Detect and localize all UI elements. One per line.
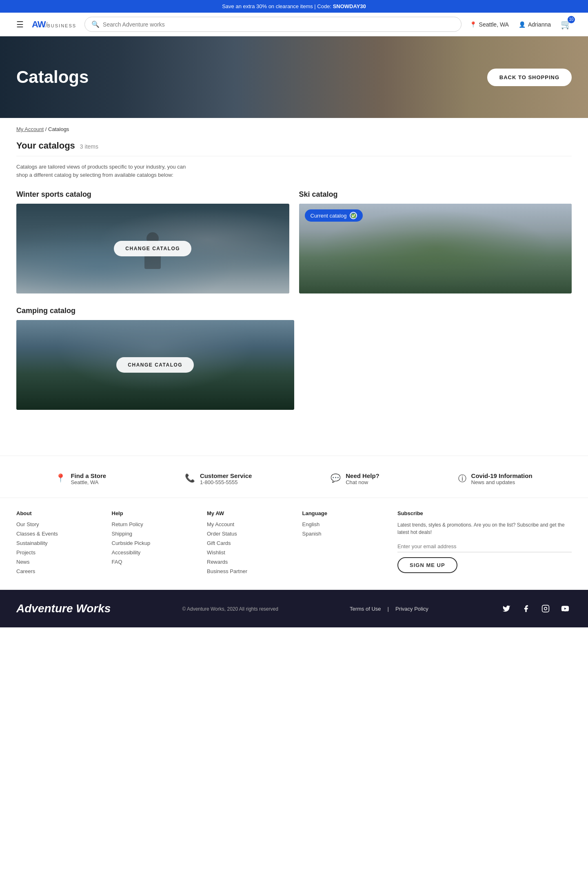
logo-business: BUSINESS <box>47 23 76 28</box>
footer-social <box>500 602 572 615</box>
ski-catalog-title: Ski catalog <box>299 190 572 199</box>
footer-link-business[interactable]: Business Partner <box>207 568 294 574</box>
location-button[interactable]: 📍 Seattle, WA <box>470 21 509 28</box>
ski-catalog-section: Ski catalog Current catalog ✅ <box>299 190 572 293</box>
footer-link-accessibility[interactable]: Accessibility <box>112 549 199 556</box>
facebook-icon[interactable] <box>519 602 533 615</box>
current-catalog-icon: ✅ <box>350 212 357 219</box>
footer-link-news[interactable]: News <box>16 559 104 565</box>
footer-link-return[interactable]: Return Policy <box>112 521 199 527</box>
winter-catalog-section: Winter sports catalog CHANGE CATALOG <box>16 190 289 293</box>
cart-button[interactable]: 🛒 10 <box>561 19 572 30</box>
camping-overlay: CHANGE CATALOG <box>16 320 294 410</box>
footer-legal-separator: | <box>388 606 389 612</box>
footer-link-order-status[interactable]: Order Status <box>207 531 294 537</box>
hero-content: Catalogs BACK TO SHOPPING <box>0 67 588 87</box>
chat-icon: 💬 <box>331 473 341 483</box>
footer-help-title: Help <box>112 510 199 516</box>
customer-service-sub: 1-800-555-5555 <box>200 479 252 485</box>
instagram-icon[interactable] <box>539 602 552 615</box>
promo-text: Save an extra 30% on clearance items | C… <box>222 3 333 9</box>
search-bar[interactable]: 🔍 <box>84 17 461 32</box>
covid-item[interactable]: ⓘ Covid-19 Information News and updates <box>458 472 533 485</box>
footer-link-sustainability[interactable]: Sustainability <box>16 540 104 546</box>
camping-change-catalog-button[interactable]: CHANGE CATALOG <box>116 357 194 373</box>
phone-icon: 📞 <box>185 473 195 483</box>
footer-language-col: Language English Spanish <box>302 510 390 578</box>
footer-about-col: About Our Story Classes & Events Sustain… <box>16 510 104 578</box>
page-title: Catalogs <box>16 67 89 87</box>
store-sub: Seattle, WA <box>71 479 106 485</box>
user-menu[interactable]: 👤 Adrianna <box>519 21 551 28</box>
youtube-icon[interactable] <box>559 602 572 615</box>
footer-link-rewards[interactable]: Rewards <box>207 559 294 565</box>
help-label: Need Help? <box>346 472 379 479</box>
camping-catalog-section: Camping catalog CHANGE CATALOG <box>16 307 572 410</box>
footer-link-careers[interactable]: Careers <box>16 568 104 574</box>
customer-service-item[interactable]: 📞 Customer Service 1-800-555-5555 <box>185 472 252 485</box>
sign-me-up-button[interactable]: SIGN ME UP <box>397 557 457 573</box>
footer-bottom: Adventure Works © Adventure Works, 2020 … <box>0 590 588 627</box>
footer-copy-area: © Adventure Works, 2020 All rights reser… <box>182 605 278 612</box>
twitter-icon[interactable] <box>500 602 513 615</box>
help-info: Need Help? Chat now <box>346 472 379 485</box>
footer-link-wishlist[interactable]: Wishlist <box>207 549 294 556</box>
footer-language-title: Language <box>302 510 390 516</box>
terms-of-use-link[interactable]: Terms of Use <box>350 606 381 612</box>
location-icon: 📍 <box>470 21 477 28</box>
covid-info: Covid-19 Information News and updates <box>471 472 533 485</box>
footer-myaw-title: My AW <box>207 510 294 516</box>
winter-catalog-card: CHANGE CATALOG <box>16 204 289 293</box>
user-label: Adrianna <box>528 21 551 28</box>
footer-myaw-col: My AW My Account Order Status Gift Cards… <box>207 510 294 578</box>
footer-link-faq[interactable]: FAQ <box>112 559 199 565</box>
camping-catalog-card: CHANGE CATALOG <box>16 320 294 410</box>
footer-info-bar: 📍 Find a Store Seattle, WA 📞 Customer Se… <box>0 456 588 498</box>
catalogs-title: Your catalogs <box>16 140 75 151</box>
covid-label: Covid-19 Information <box>471 472 533 479</box>
store-info: Find a Store Seattle, WA <box>71 472 106 485</box>
current-catalog-label: Current catalog <box>311 213 347 219</box>
footer-link-curbside[interactable]: Curbside Pickup <box>112 540 199 546</box>
customer-service-label: Customer Service <box>200 472 252 479</box>
promo-bar: Save an extra 30% on clearance items | C… <box>0 0 588 13</box>
footer-link-spanish[interactable]: Spanish <box>302 531 390 537</box>
svg-rect-0 <box>542 605 549 612</box>
footer-subscribe-desc: Latest trends, styles & promotions. Are … <box>397 521 572 536</box>
menu-icon[interactable]: ☰ <box>16 20 24 29</box>
logo[interactable]: AW/BUSINESS <box>32 19 76 30</box>
search-icon: 🔍 <box>91 20 100 28</box>
customer-service-info: Customer Service 1-800-555-5555 <box>200 472 252 485</box>
footer-links: About Our Story Classes & Events Sustain… <box>0 498 588 590</box>
back-to-shopping-button[interactable]: BACK TO SHOPPING <box>487 69 572 86</box>
privacy-policy-link[interactable]: Privacy Policy <box>395 606 428 612</box>
footer-link-projects[interactable]: Projects <box>16 549 104 556</box>
footer-link-classes[interactable]: Classes & Events <box>16 531 104 537</box>
footer-link-english[interactable]: English <box>302 521 390 527</box>
footer-link-my-account[interactable]: My Account <box>207 521 294 527</box>
ski-catalog-card: Current catalog ✅ <box>299 204 572 293</box>
promo-code: SNOWDAY30 <box>333 3 366 9</box>
search-input[interactable] <box>103 21 454 28</box>
cart-badge: 10 <box>568 16 575 23</box>
winter-change-catalog-button[interactable]: CHANGE CATALOG <box>114 241 191 256</box>
footer-help-col: Help Return Policy Shipping Curbside Pic… <box>112 510 199 578</box>
breadcrumb-parent[interactable]: My Account <box>16 126 44 132</box>
catalogs-description: Catalogs are tailored views of products … <box>16 163 188 179</box>
footer-link-our-story[interactable]: Our Story <box>16 521 104 527</box>
breadcrumb-current: Catalogs <box>48 126 69 132</box>
footer-link-gift-cards[interactable]: Gift Cards <box>207 540 294 546</box>
main-content: Your catalogs 3 items Catalogs are tailo… <box>0 140 588 439</box>
need-help-item[interactable]: 💬 Need Help? Chat now <box>331 472 379 485</box>
catalogs-header: Your catalogs 3 items <box>16 140 572 151</box>
footer-email-input[interactable] <box>397 541 572 552</box>
covid-icon: ⓘ <box>458 473 466 484</box>
current-catalog-badge: Current catalog ✅ <box>305 209 363 222</box>
catalogs-count: 3 items <box>80 143 98 150</box>
find-store-item[interactable]: 📍 Find a Store Seattle, WA <box>55 472 106 485</box>
footer-subscribe-col: Subscribe Latest trends, styles & promot… <box>397 510 572 578</box>
footer-about-title: About <box>16 510 104 516</box>
footer-link-shipping[interactable]: Shipping <box>112 531 199 537</box>
footer-subscribe-title: Subscribe <box>397 510 572 516</box>
winter-overlay: CHANGE CATALOG <box>16 204 289 293</box>
